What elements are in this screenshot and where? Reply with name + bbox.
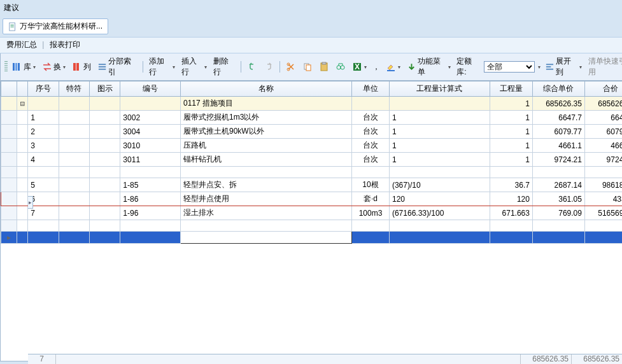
row-gutter[interactable]	[1, 153, 17, 167]
delete-row-button[interactable]: 删除行	[211, 55, 237, 78]
col-name[interactable]: 名称	[180, 81, 351, 97]
swap-button[interactable]: 换▾	[40, 61, 67, 73]
toolbar: 库▾ 换▾ 列 分部索引 添加行▾ 插入行▾ 删除行	[1, 53, 622, 81]
lib-select[interactable]: 全部	[484, 61, 535, 73]
paste-button[interactable]	[317, 61, 331, 73]
quick-ref[interactable]: 清单快速引用	[586, 56, 622, 78]
col-total[interactable]: 合价	[584, 81, 622, 97]
table-row[interactable]: 71-96湿土排水100m3(67166.33)/100671.663769.0…	[1, 206, 623, 220]
status-total: 685626.35	[571, 354, 622, 364]
svg-rect-1	[11, 24, 14, 25]
side-expand-handle[interactable]: ▸	[28, 196, 33, 209]
row-gutter[interactable]	[1, 139, 17, 153]
svg-rect-8	[76, 63, 79, 71]
svg-rect-2	[11, 25, 14, 26]
paint-icon	[386, 62, 396, 72]
active-edit-cell[interactable]	[180, 232, 351, 244]
row-gutter[interactable]	[1, 125, 17, 139]
table-row[interactable]: 23004履带式推土机90kW以外台次116079.776079.77	[1, 125, 623, 139]
menu-fee-summary[interactable]: 费用汇总	[4, 39, 39, 50]
undo-button[interactable]	[245, 61, 259, 73]
svg-point-19	[341, 66, 344, 69]
redo-icon	[264, 62, 274, 72]
expand-icon	[545, 62, 555, 72]
insert-row-button[interactable]: 插入行▾	[180, 55, 209, 78]
table-row[interactable]	[1, 220, 623, 232]
table-row[interactable]: 43011锚杆钻孔机台次119724.219724.21	[1, 153, 623, 167]
col-formula[interactable]: 工程量计算式	[389, 81, 490, 97]
row-gutter[interactable]	[1, 178, 17, 192]
title-bar: 建议	[0, 0, 622, 16]
col-unit[interactable]: 单位	[352, 81, 390, 97]
row-gutter[interactable]	[1, 111, 17, 125]
col-price[interactable]: 综合单价	[532, 81, 584, 97]
scissors-icon	[286, 62, 296, 72]
arrow-down-icon	[407, 62, 416, 72]
undo-icon	[247, 62, 257, 72]
svg-rect-9	[99, 64, 106, 65]
copy-button[interactable]	[300, 61, 315, 73]
color-button[interactable]: ▾	[384, 61, 402, 73]
status-seq: 7	[28, 354, 56, 364]
svg-rect-15	[306, 65, 311, 71]
col-seq[interactable]: 序号	[28, 81, 59, 97]
status-bar: 7 685626.35 685626.35	[28, 354, 622, 364]
add-row-button[interactable]: 添加行▾	[147, 55, 177, 78]
cell-editor[interactable]	[183, 233, 349, 242]
svg-rect-4	[13, 63, 15, 71]
columns-icon	[72, 62, 82, 72]
table-row[interactable]: 33010压路机台次114661.14661.1	[1, 139, 623, 153]
func-menu-button[interactable]: 功能菜单▾	[405, 55, 453, 78]
row-gutter[interactable]	[1, 167, 17, 178]
row-gutter[interactable]	[1, 220, 17, 232]
table-row[interactable]: 51-85轻型井点安、拆10根(367)/1036.72687.1498618.…	[1, 178, 623, 192]
section-name[interactable]: 0117 措施项目	[180, 97, 351, 111]
row-indicator[interactable]: ▸	[1, 232, 17, 244]
file-tab-bar: 万华宁波高性能材料研...	[3, 18, 619, 34]
svg-rect-25	[546, 69, 553, 70]
data-grid: 序号 特符 图示 编号 名称 单位 工程量计算式 工程量 综合单价 合价 ⊟01…	[1, 81, 622, 244]
col-spec[interactable]: 特符	[59, 81, 89, 97]
table-row[interactable]: 13002履带式挖掘机1m3以外台次116647.76647.7	[1, 111, 623, 125]
redo-button[interactable]	[262, 61, 276, 73]
column-button[interactable]: 列	[70, 61, 93, 73]
row-gutter[interactable]	[1, 97, 17, 111]
document-icon	[8, 22, 17, 31]
expand-button[interactable]: 展开到▾	[543, 55, 584, 78]
cut-button[interactable]	[284, 61, 298, 73]
table-row[interactable]: 61-86轻型井点使用套·d120120361.0543326	[1, 192, 623, 206]
svg-rect-3	[11, 27, 14, 27]
paste-icon	[319, 62, 329, 72]
comma-label: ，	[371, 62, 381, 73]
table-row[interactable]: ▸	[1, 232, 623, 244]
toolbar-grip[interactable]	[4, 61, 8, 73]
excel-icon: X	[352, 62, 362, 72]
find-button[interactable]	[334, 61, 348, 73]
tree-toggle[interactable]: ⊟	[17, 97, 28, 111]
list-icon	[97, 62, 107, 72]
index-button[interactable]: 分部索引	[95, 55, 139, 78]
window-title: 建议	[4, 3, 19, 12]
row-gutter[interactable]	[1, 206, 17, 220]
lib-button[interactable]: 库▾	[10, 61, 38, 73]
table-row[interactable]	[1, 167, 623, 178]
menu-report-print[interactable]: 报表打印	[47, 39, 83, 50]
col-qty[interactable]: 工程量	[490, 81, 532, 97]
grid-scroll[interactable]: 序号 特符 图示 编号 名称 单位 工程量计算式 工程量 综合单价 合价 ⊟01…	[1, 81, 622, 361]
excel-button[interactable]: X▾	[350, 61, 369, 73]
header-row: 序号 特符 图示 编号 名称 单位 工程量计算式 工程量 综合单价 合价	[1, 81, 623, 97]
grid-wrapper: 序号 特符 图示 编号 名称 单位 工程量计算式 工程量 综合单价 合价 ⊟01…	[1, 81, 622, 361]
svg-rect-17	[322, 62, 326, 64]
svg-rect-23	[546, 64, 553, 65]
col-code[interactable]: 编号	[120, 81, 181, 97]
lib-label: 定额库:	[455, 56, 481, 78]
col-pic[interactable]: 图示	[90, 81, 120, 97]
file-tab[interactable]: 万华宁波高性能材料研...	[3, 18, 108, 34]
svg-rect-7	[73, 63, 76, 71]
row-gutter[interactable]	[1, 192, 17, 206]
section-row[interactable]: ⊟0117 措施项目1685626.35685626.35	[1, 97, 623, 111]
svg-rect-10	[99, 66, 106, 67]
dropdown-icon: ▾	[33, 64, 36, 70]
library-icon	[12, 62, 22, 72]
status-price: 685626.35	[520, 354, 571, 364]
